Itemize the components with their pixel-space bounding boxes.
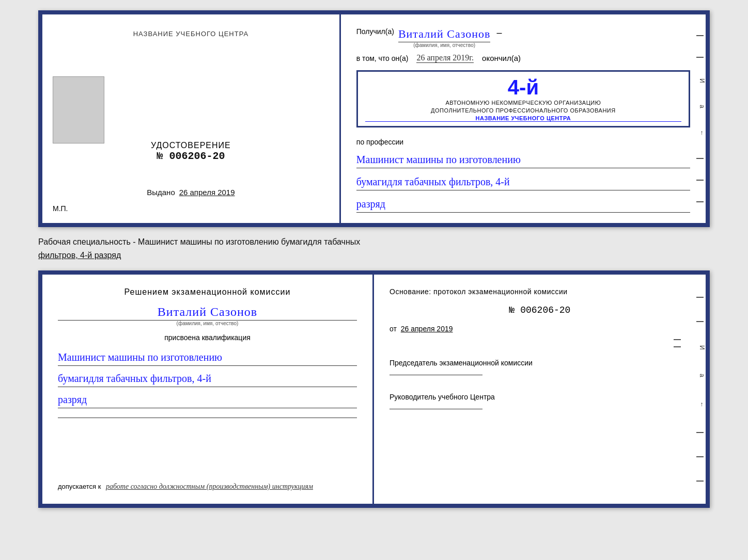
right-letter-a-b: а bbox=[696, 374, 706, 378]
mp-label: М.П. bbox=[53, 204, 68, 213]
predsedatel-sig-line bbox=[389, 375, 482, 375]
predsedatel-title: Председатель экзаменационной комиссии bbox=[389, 358, 690, 369]
dash-dec-4 bbox=[696, 180, 704, 181]
certificate-bottom: Решением экзаменационной комиссии Витали… bbox=[38, 270, 710, 508]
dash-dec-1 bbox=[696, 35, 704, 36]
dash-dec-b5 bbox=[696, 481, 704, 482]
specialty-underline-text: фильтров, 4-й разряд bbox=[38, 251, 121, 260]
right-letter-a: а bbox=[696, 105, 706, 109]
dopuskaetsya-section: допускается к работе согласно должностны… bbox=[58, 475, 357, 491]
ot-line: от 26 апреля 2019 bbox=[389, 325, 690, 333]
dash-dec-3 bbox=[696, 158, 704, 159]
rukovoditel-sig-line bbox=[389, 409, 482, 409]
stamp-line1: АВТОНОМНУЮ НЕКОММЕРЧЕСКУЮ ОРГАНИЗАЦИЮ bbox=[365, 99, 681, 107]
dash-top: – bbox=[496, 27, 502, 38]
right-dash-b1 bbox=[674, 339, 681, 340]
specialty-text-line2: фильтров, 4-й разряд bbox=[38, 249, 710, 262]
right-letter-i: И bbox=[696, 78, 706, 84]
dopuskaetsya-prefix: допускается к bbox=[58, 483, 101, 490]
rukovoditel-title: Руководитель учебного Центра bbox=[389, 392, 690, 403]
dash-dec-b4 bbox=[696, 456, 704, 457]
right-letter-i-b: И bbox=[696, 345, 706, 351]
bottom-qual2: бумагидля табачных фильтров, 4-й bbox=[58, 370, 357, 387]
bottom-qual1: Машинист машины по изготовлению bbox=[58, 349, 357, 366]
stamp-line3: НАЗВАНИЕ УЧЕБНОГО ЦЕНТРА bbox=[365, 115, 681, 122]
completion-date: 26 апреля 2019г. bbox=[416, 53, 474, 63]
cert-bottom-right-panel: Основание: протокол экзаменационной коми… bbox=[374, 275, 706, 504]
poluchil-prefix: Получил(а) bbox=[356, 27, 394, 36]
right-decorations-bottom: И а ← bbox=[696, 275, 706, 504]
certificate-top: НАЗВАНИЕ УЧЕБНОГО ЦЕНТРА УДОСТОВЕРЕНИЕ №… bbox=[38, 10, 710, 227]
rukovoditel-block: Руководитель учебного Центра bbox=[389, 392, 690, 411]
right-decorations-top: И а ← bbox=[696, 14, 706, 223]
predsedatel-block: Председатель экзаменационной комиссии bbox=[389, 358, 690, 377]
resheniem-title: Решением экзаменационной комиссии bbox=[58, 287, 357, 297]
profession-line2: бумагидля табачных фильтров, 4-й bbox=[356, 173, 690, 190]
ot-prefix: от bbox=[389, 325, 397, 333]
right-arrow-b: ← bbox=[696, 402, 706, 409]
name-sublabel-top: (фамилия, имя, отчество) bbox=[413, 42, 475, 48]
photo-placeholder bbox=[53, 76, 104, 143]
bottom-name-block: Виталий Сазонов (фамилия, имя, отчество) bbox=[58, 305, 357, 326]
cert-left-panel: НАЗВАНИЕ УЧЕБНОГО ЦЕНТРА УДОСТОВЕРЕНИЕ №… bbox=[42, 14, 341, 223]
okonchil-label: окончил(а) bbox=[482, 54, 521, 62]
profession-line1: Машинист машины по изготовлению bbox=[356, 151, 690, 168]
stamp-number: 4-й bbox=[365, 76, 681, 99]
dash-dec-b2 bbox=[696, 321, 704, 322]
protocol-number: № 006206-20 bbox=[389, 305, 690, 315]
cert-bottom-left-panel: Решением экзаменационной комиссии Витали… bbox=[42, 275, 374, 504]
stamp-block: 4-й АВТОНОМНУЮ НЕКОММЕРЧЕСКУЮ ОРГАНИЗАЦИ… bbox=[356, 70, 690, 127]
vtom-prefix: в том, что он(а) bbox=[356, 54, 409, 62]
prisvoena-label: присвоена квалификация bbox=[58, 333, 357, 342]
dopuskaetsya-text: работе согласно должностным (производств… bbox=[106, 483, 313, 490]
bottom-name: Виталий Сазонов bbox=[58, 305, 357, 321]
vydano-prefix: Выдано bbox=[147, 188, 175, 197]
po-professii-label: по профессии bbox=[356, 138, 690, 146]
bottom-divider-line bbox=[58, 418, 357, 418]
poluchil-line: Получил(а) Виталий Сазонов (фамилия, имя… bbox=[356, 27, 690, 48]
recipient-name-top: Виталий Сазонов bbox=[398, 27, 490, 42]
cert-number-top: № 006206-20 bbox=[151, 150, 231, 162]
ot-date: 26 апреля 2019 bbox=[401, 325, 453, 333]
stamp-line2: ДОПОЛНИТЕЛЬНОГО ПРОФЕССИОНАЛЬНОГО ОБРАЗО… bbox=[365, 107, 681, 115]
bottom-qual3: разряд bbox=[58, 391, 357, 408]
osnovaniye-label: Основание: протокол экзаменационной коми… bbox=[389, 287, 690, 296]
center-name-label-top: НАЗВАНИЕ УЧЕБНОГО ЦЕНТРА bbox=[133, 30, 248, 38]
bottom-name-sublabel: (фамилия, имя, отчество) bbox=[58, 321, 357, 326]
udostoverenie-title: УДОСТОВЕРЕНИЕ bbox=[151, 141, 231, 150]
profession-line3: разряд bbox=[356, 196, 690, 213]
vydano-date: 26 апреля 2019 bbox=[179, 188, 235, 197]
specialty-section: Рабочая специальность - Машинист машины … bbox=[38, 235, 710, 262]
dash-dec-2 bbox=[696, 57, 704, 58]
right-dash-b2 bbox=[674, 346, 681, 347]
dash-dec-b1 bbox=[696, 297, 704, 298]
vtom-line: в том, что он(а) 26 апреля 2019г. окончи… bbox=[356, 53, 690, 63]
right-arrow: ← bbox=[696, 130, 706, 137]
dash-dec-5 bbox=[696, 201, 704, 202]
specialty-text-line1: Рабочая специальность - Машинист машины … bbox=[38, 235, 710, 249]
dash-dec-b3 bbox=[696, 432, 704, 433]
cert-right-panel: Получил(а) Виталий Сазонов (фамилия, имя… bbox=[341, 14, 706, 223]
